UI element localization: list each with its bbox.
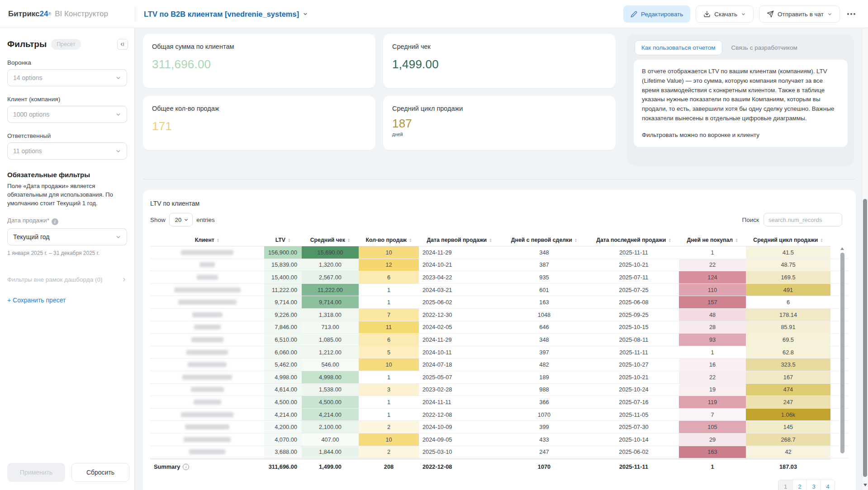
- page-scrollbar-thumb[interactable]: [863, 199, 867, 477]
- cell-first_date: 2024-11-29: [419, 334, 500, 346]
- cell-days_no: 163: [679, 446, 746, 458]
- save-preset-link[interactable]: + Сохранить пресет: [7, 297, 127, 304]
- reset-button[interactable]: Сбросить: [71, 463, 129, 482]
- edit-button[interactable]: Редактировать: [623, 5, 690, 23]
- chevron-down-icon: [115, 234, 121, 240]
- table-row[interactable]: 7,846.00713.00112024-02-056462025-10-152…: [150, 321, 849, 334]
- pencil-icon: [631, 11, 637, 18]
- summary-days-first: 1070: [500, 463, 588, 470]
- cell-days_first: 348: [500, 246, 588, 259]
- table-row[interactable]: 9,714.009,714.0012025-06-021632025-06-08…: [150, 296, 849, 309]
- table-row[interactable]: 4,200.002,100.0022024-10-093992025-07-30…: [150, 421, 849, 433]
- info-icon[interactable]: i: [52, 218, 58, 225]
- column-header-client[interactable]: Клиент▲▼: [150, 234, 264, 246]
- scroll-up-arrow-icon[interactable]: [840, 247, 844, 250]
- table-scrollbar-thumb[interactable]: [840, 253, 844, 453]
- table-row[interactable]: 4,500.004,500.0012024-11-113662025-07-16…: [150, 396, 849, 409]
- cell-ltv: 4,070.00: [264, 433, 302, 446]
- column-header-sales-count[interactable]: Кол-во продаж▲▼: [359, 234, 419, 246]
- page-button-2[interactable]: 2: [792, 480, 806, 490]
- table-row[interactable]: 15,400.002,567.0062023-04-229352025-07-1…: [150, 271, 849, 284]
- cell-qty: 12: [359, 259, 419, 271]
- table-row[interactable]: 156,900.0015,690.00102024-11-293482025-1…: [150, 246, 849, 259]
- download-icon: [703, 10, 711, 18]
- column-header-last-sale-date[interactable]: Дата последней продажи▲▼: [588, 234, 679, 246]
- table-row[interactable]: 4,998.004,998.0012025-05-071892025-10-21…: [150, 371, 849, 384]
- cell-first_date: 2025-06-02: [419, 296, 500, 308]
- table-row[interactable]: 4,614.001,538.0032023-02-289882025-10-24…: [150, 384, 849, 396]
- collapse-sidebar-button[interactable]: [117, 39, 128, 50]
- brand-part-3: BI Конструктор: [55, 9, 108, 19]
- page-button-3[interactable]: 3: [806, 480, 821, 490]
- download-button[interactable]: Скачать: [696, 5, 754, 23]
- summary-avg-check: 1,499.00: [302, 463, 359, 470]
- send-icon: [767, 10, 774, 18]
- column-header-days-no-purchase[interactable]: Дней не покупал▲▼: [679, 234, 746, 246]
- scroll-down-arrow-icon[interactable]: [863, 484, 867, 486]
- search-input[interactable]: [764, 213, 842, 226]
- cell-last_date: 2025-07-16: [588, 396, 679, 408]
- cell-days_first: 646: [500, 321, 588, 334]
- table-row[interactable]: 5,462.00546.00102024-07-184822025-10-271…: [150, 358, 849, 371]
- cell-first_date: 2024-10-21: [419, 259, 500, 271]
- page-size-select[interactable]: 20: [169, 213, 193, 226]
- preset-badge: Пресет: [51, 39, 81, 50]
- page-button-1[interactable]: 1: [778, 480, 792, 490]
- responsible-filter-select[interactable]: 11 options: [7, 142, 127, 160]
- cell-check: 4,214.00: [302, 409, 359, 421]
- cell-cycle: 167: [746, 371, 830, 383]
- kpi-card-total-sales: Общее кол-во продаж 171: [143, 96, 375, 150]
- table-row[interactable]: 6,510.001,085.0062024-11-293482025-08-11…: [150, 334, 849, 346]
- cell-ltv: 3,688.00: [264, 446, 302, 458]
- page-button-4[interactable]: 4: [821, 480, 835, 490]
- column-header-avg-check[interactable]: Средний чек▲▼: [302, 234, 359, 246]
- cell-last_date: 2025-10-14: [588, 433, 679, 446]
- column-header-first-sale-date[interactable]: Дата первой продажи▲▼: [419, 234, 500, 246]
- client-filter-value: 1000 options: [13, 111, 49, 118]
- app-logo: Битрикс24®BI Конструктор: [8, 0, 108, 28]
- cell-days_no: 16: [679, 358, 746, 371]
- cell-ltv: 6,060.00: [264, 346, 302, 358]
- cell-ltv: 4,200.00: [264, 421, 302, 433]
- column-header-days-since-first[interactable]: Дней с первой сделки▲▼: [500, 234, 588, 246]
- table-row[interactable]: 6,060.001,212.0052024-10-113972025-11-11…: [150, 346, 849, 359]
- kpi-value: 1,499.00: [392, 57, 607, 71]
- cell-last_date: 2025-10-21: [588, 259, 679, 271]
- page-scrollbar[interactable]: [862, 28, 868, 490]
- table-row[interactable]: 11,222.0011,222.0012024-03-216012025-07-…: [150, 284, 849, 297]
- kpi-value: 311,696.00: [152, 57, 366, 71]
- column-header-ltv[interactable]: LTV▲▼: [264, 234, 302, 246]
- cell-last_date: 2025-06-02: [588, 446, 679, 458]
- table-row[interactable]: 15,839.001,320.00122024-10-213872025-10-…: [150, 259, 849, 272]
- kpi-card-avg-check: Средний чек 1,499.00: [383, 34, 616, 88]
- table-row[interactable]: 9,226.001,318.0072022-12-3010482025-09-2…: [150, 309, 849, 321]
- cell-last_date: 2025-11-11: [588, 246, 679, 259]
- cell-days_first: 433: [500, 433, 588, 446]
- tab-contact-developer[interactable]: Связь с разработчиком: [731, 44, 797, 51]
- outer-filters-toggle[interactable]: Фильтры вне рамок дашборда (0): [7, 276, 127, 283]
- pagination: 1 2 3 4: [778, 480, 835, 490]
- tab-how-to-use[interactable]: Как пользоваться отчетом: [635, 40, 722, 55]
- table-row[interactable]: 4,214.004,214.0012022-12-0810702025-11-0…: [150, 409, 849, 421]
- table-row[interactable]: 3,688.001,844.0022025-03-102472025-06-02…: [150, 446, 849, 459]
- cell-cycle: 247: [746, 396, 830, 408]
- send-to-chat-button[interactable]: Отправить в чат: [759, 5, 840, 23]
- more-menu-button[interactable]: [845, 9, 857, 19]
- funnel-filter-select[interactable]: 14 options: [7, 69, 127, 86]
- apply-button[interactable]: Применить: [7, 463, 65, 482]
- cell-cycle: 474: [746, 384, 830, 396]
- cell-days_first: 366: [500, 396, 588, 408]
- cell-first_date: 2023-04-22: [419, 271, 500, 283]
- info-icon[interactable]: i: [183, 464, 189, 470]
- cell-cycle: 6: [746, 296, 830, 308]
- table-scrollbar[interactable]: [840, 246, 845, 459]
- table-row[interactable]: 4,070.00407.00102024-09-054332025-10-142…: [150, 433, 849, 446]
- report-title-dropdown[interactable]: LTV по B2B клиентам [vnedrenie_systems]: [144, 0, 308, 28]
- cell-cycle: 42: [746, 446, 830, 458]
- kpi-title: Общее кол-во продаж: [152, 105, 366, 112]
- sort-icon: ▲▼: [409, 238, 412, 242]
- cell-days_first: 601: [500, 284, 588, 296]
- client-filter-select[interactable]: 1000 options: [7, 106, 127, 123]
- sale-date-select[interactable]: Текущий год: [7, 228, 127, 245]
- column-header-avg-cycle[interactable]: Средний цикл продажи▲▼: [746, 234, 830, 246]
